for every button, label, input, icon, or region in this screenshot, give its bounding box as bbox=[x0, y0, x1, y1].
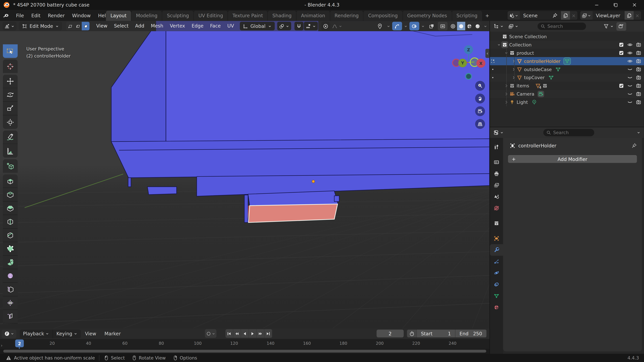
zoom-button[interactable] bbox=[475, 81, 485, 91]
edge-slide-tool[interactable] bbox=[3, 283, 18, 297]
checkbox-icon[interactable] bbox=[618, 83, 624, 88]
prev-keyframe-button[interactable] bbox=[233, 329, 241, 338]
eye-closed-icon[interactable] bbox=[627, 66, 633, 72]
edge-select-mode[interactable] bbox=[74, 22, 82, 30]
selected-face[interactable] bbox=[248, 204, 338, 223]
expander[interactable] bbox=[503, 51, 509, 55]
expander[interactable] bbox=[503, 92, 509, 96]
face-select-mode[interactable] bbox=[82, 22, 90, 30]
region-collapse-arrow[interactable]: ‹ bbox=[486, 49, 490, 58]
checkbox-icon[interactable] bbox=[618, 50, 624, 56]
shading-rendered-button[interactable] bbox=[474, 22, 482, 30]
eye-closed-icon[interactable] bbox=[627, 83, 633, 88]
outliner-row-outsideCase[interactable]: outsideCase bbox=[490, 65, 644, 73]
render-pass-button[interactable] bbox=[438, 22, 448, 30]
camera-toggle-icon[interactable] bbox=[636, 83, 642, 88]
app-menu-button[interactable] bbox=[0, 12, 12, 18]
menu-file[interactable]: File bbox=[12, 10, 28, 21]
tool-tab[interactable] bbox=[490, 141, 503, 153]
outliner-editor-type-button[interactable] bbox=[492, 22, 506, 30]
navigation-gizmo[interactable]: Z Y X bbox=[449, 39, 490, 83]
new-collection-button[interactable] bbox=[616, 22, 626, 30]
scene-tab[interactable] bbox=[490, 191, 503, 202]
timeline-menu-marker[interactable]: Marker bbox=[100, 331, 125, 337]
snap-toggle[interactable] bbox=[294, 22, 303, 30]
poly-build-tool[interactable] bbox=[3, 242, 18, 256]
workspace-tab-scripting[interactable]: Scripting bbox=[452, 11, 482, 21]
camera-toggle-icon[interactable] bbox=[636, 50, 642, 56]
render-tab[interactable] bbox=[490, 156, 503, 168]
jump-to-start-button[interactable] bbox=[226, 329, 233, 338]
shading-solid-button[interactable] bbox=[457, 22, 465, 30]
play-button[interactable] bbox=[249, 329, 257, 338]
outliner-row-Light[interactable]: Light bbox=[490, 98, 644, 106]
loop-cut-tool[interactable] bbox=[3, 215, 18, 229]
xray-toggle[interactable] bbox=[426, 22, 436, 30]
eye-open-icon[interactable] bbox=[627, 50, 633, 56]
outliner-filter-button[interactable] bbox=[602, 22, 616, 30]
viewport-menu-face[interactable]: Face bbox=[207, 21, 224, 31]
viewport-menu-add[interactable]: Add bbox=[132, 21, 148, 31]
gizmo-z-neg-axis[interactable] bbox=[465, 73, 472, 80]
frame-start-field[interactable]: Start1 bbox=[417, 330, 456, 338]
constraints-tab[interactable] bbox=[490, 279, 503, 290]
shrink-fatten-tool[interactable] bbox=[3, 296, 18, 310]
outliner-row-Collection[interactable]: Collection bbox=[490, 40, 644, 49]
gizmo-z-axis[interactable]: Z bbox=[464, 45, 473, 54]
gizmo-x-pos-axis[interactable]: X bbox=[476, 59, 486, 68]
modifiers-tab[interactable] bbox=[490, 244, 503, 256]
spin-tool[interactable] bbox=[3, 256, 18, 269]
outliner-row-Camera[interactable]: Camera bbox=[490, 90, 644, 98]
expander[interactable] bbox=[510, 67, 517, 71]
gizmo-y-axis[interactable]: Y bbox=[458, 59, 467, 67]
shading-wireframe-button[interactable] bbox=[449, 22, 457, 30]
maximize-button[interactable] bbox=[606, 0, 625, 10]
move-tool[interactable] bbox=[3, 75, 18, 88]
outliner-row-Scene-Collection[interactable]: Scene Collection bbox=[490, 32, 644, 40]
bevel-tool[interactable] bbox=[3, 202, 18, 215]
mode-dropdown[interactable]: Edit Mode bbox=[19, 22, 62, 30]
camera-toggle-icon[interactable] bbox=[636, 91, 642, 97]
pin-icon[interactable] bbox=[552, 12, 558, 18]
frame-end-field[interactable]: End250 bbox=[456, 330, 487, 338]
menu-window[interactable]: Window bbox=[68, 10, 94, 21]
workspace-tab-compositing[interactable]: Compositing bbox=[364, 11, 402, 21]
viewport-menu-vertex[interactable]: Vertex bbox=[166, 21, 188, 31]
knife-tool[interactable] bbox=[3, 229, 18, 242]
workspace-tab-texture-paint[interactable]: Texture Paint bbox=[228, 11, 268, 21]
rotate-tool[interactable] bbox=[3, 88, 18, 102]
viewport-menu-edge[interactable]: Edge bbox=[188, 21, 207, 31]
camera-toggle-icon[interactable] bbox=[636, 58, 642, 64]
particles-tab[interactable] bbox=[490, 256, 503, 267]
add-modifier-button[interactable]: Add Modifier bbox=[508, 155, 637, 163]
view-layer-tab[interactable] bbox=[490, 179, 503, 191]
outliner-row-topCover[interactable]: topCover bbox=[490, 73, 644, 82]
workspace-tab-geometry-nodes[interactable]: Geometry Nodes bbox=[402, 11, 452, 21]
eye-open-icon[interactable] bbox=[627, 58, 633, 64]
camera-toggle-icon[interactable] bbox=[636, 99, 642, 105]
outliner-display-mode-button[interactable] bbox=[506, 22, 520, 30]
outliner-row-product[interactable]: product bbox=[490, 49, 644, 57]
rip-region-tool[interactable] bbox=[3, 310, 18, 324]
output-tab[interactable] bbox=[490, 168, 503, 179]
outliner-search[interactable] bbox=[538, 23, 586, 30]
workspace-tab-modeling[interactable]: Modeling bbox=[132, 11, 162, 21]
view-layer-selector[interactable]: ViewLayer × bbox=[580, 11, 641, 20]
falloff-dropdown[interactable] bbox=[330, 22, 344, 30]
add-cube-tool[interactable] bbox=[3, 159, 18, 173]
timeline-ruler[interactable]: 2 20406080100120140160180200220240 bbox=[0, 339, 490, 349]
show-gizmo-toggle[interactable] bbox=[392, 22, 402, 30]
properties-search-input[interactable] bbox=[553, 130, 586, 135]
menu-edit[interactable]: Edit bbox=[28, 10, 44, 21]
pin-icon[interactable] bbox=[631, 143, 637, 149]
add-workspace-button[interactable]: + bbox=[482, 11, 492, 21]
expander[interactable] bbox=[503, 100, 509, 104]
measure-tool[interactable] bbox=[3, 144, 18, 158]
menu-render[interactable]: Render bbox=[44, 10, 68, 21]
new-view-layer-button[interactable] bbox=[624, 11, 634, 20]
editor-type-button[interactable] bbox=[2, 22, 16, 30]
camera-toggle-icon[interactable] bbox=[636, 66, 642, 72]
viewport-3d[interactable]: User Perspective (2) controllerHolder Z … bbox=[0, 21, 490, 329]
properties-options-button[interactable] bbox=[635, 128, 642, 137]
current-frame-field[interactable]: 2 bbox=[376, 330, 404, 338]
